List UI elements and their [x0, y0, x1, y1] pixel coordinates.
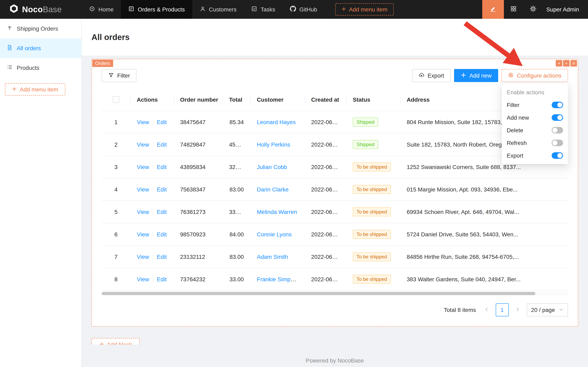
created-at-cell: 2022-06-29	[305, 133, 346, 156]
edit-link[interactable]: Edit	[157, 231, 167, 237]
total-cell: 453.00	[223, 133, 250, 156]
status-cell: To be shipped	[346, 223, 400, 245]
table-row: 1ViewEdit3847564785.34Leonard Hayes2022-…	[102, 111, 568, 133]
enable-actions-list: FilterAdd newDeleteRefreshExport	[502, 98, 568, 162]
address-cell: 84856 Hirthe Run, Suite 268, 94754-6705,…	[400, 245, 568, 268]
view-link[interactable]: View	[137, 141, 149, 148]
delete-toggle-switch[interactable]	[552, 127, 563, 133]
created-at-cell: 2022-06-29	[305, 245, 346, 268]
edit-link[interactable]: Edit	[157, 276, 167, 282]
page-content: Orders + + ≡ Filter Export	[82, 56, 588, 367]
horizontal-scrollbar[interactable]	[102, 292, 535, 295]
plus-square-icon[interactable]: +	[556, 60, 562, 67]
edit-link[interactable]: Edit	[157, 119, 167, 125]
nav-item-home[interactable]: Home	[82, 0, 121, 19]
menu-icon[interactable]: ≡	[571, 60, 577, 67]
add-block-button[interactable]: Add block	[92, 338, 140, 344]
nav-item-orders-products[interactable]: Orders & Products	[121, 0, 192, 19]
add-menu-item-button[interactable]: Add menu item	[335, 3, 394, 16]
sidebar-add-menu-item-button[interactable]: Add menu item	[5, 83, 65, 96]
export-toggle-switch[interactable]	[552, 152, 563, 158]
refresh-toggle-switch[interactable]	[552, 139, 563, 146]
total-cell: 83.00	[223, 245, 250, 268]
tasks-icon	[251, 6, 257, 13]
nocobase-logo[interactable]: NocoBase	[0, 0, 82, 19]
navbar-actions: Super Admin	[482, 0, 588, 19]
filter-button[interactable]: Filter	[102, 69, 136, 82]
nav-item-tasks[interactable]: Tasks	[244, 0, 283, 19]
row-index-cell: 1	[102, 111, 130, 133]
nav-item-label: Customers	[209, 6, 236, 13]
add-new-toggle-switch[interactable]	[552, 114, 563, 121]
customer-cell: Frankie Simpson	[250, 268, 305, 290]
customer-link[interactable]: Leonard Hayes	[257, 119, 296, 125]
customer-link[interactable]: Darin Clarke	[257, 186, 289, 192]
add-new-button[interactable]: Add new	[454, 69, 498, 82]
enable-action-item-export[interactable]: Export	[502, 149, 568, 162]
block-designer-toolbar: + + ≡	[556, 60, 577, 67]
action-divider	[153, 142, 153, 148]
row-actions-cell: ViewEdit	[130, 111, 174, 133]
view-link[interactable]: View	[137, 276, 149, 282]
edit-link[interactable]: Edit	[157, 209, 167, 215]
plus-square-icon[interactable]: +	[563, 60, 570, 67]
enable-action-label: Filter	[507, 101, 519, 108]
export-button[interactable]: Export	[412, 69, 451, 82]
page-size-select[interactable]: 20 / page	[527, 303, 568, 316]
configure-actions-button[interactable]: Configure actions	[501, 69, 568, 82]
table-body: 1ViewEdit3847564785.34Leonard Hayes2022-…	[102, 111, 568, 290]
view-link[interactable]: View	[137, 186, 149, 192]
customer-link[interactable]: Adam Smith	[257, 253, 288, 260]
plugins-button[interactable]	[504, 0, 523, 19]
customer-link[interactable]: Julian Cobb	[257, 164, 287, 170]
previous-page-button[interactable]	[481, 303, 492, 316]
address-cell: 69934 Schoen River, Apt. 646, 49704, Wal…	[400, 200, 568, 223]
customer-link[interactable]: Frankie Simpson	[257, 276, 300, 282]
status-badge: To be shipped	[353, 185, 391, 194]
next-page-button[interactable]	[512, 303, 523, 316]
sidebar-item-products[interactable]: Products	[0, 58, 81, 78]
current-user-menu[interactable]: Super Admin	[543, 0, 588, 19]
table-header: Actions Order number Total Customer Crea…	[102, 89, 568, 111]
settings-button[interactable]	[523, 0, 543, 19]
sidebar-item-shipping-orders[interactable]: Shipping Orders	[0, 19, 81, 38]
github-icon	[290, 6, 296, 13]
filter-toggle-switch[interactable]	[552, 101, 563, 108]
row-index-cell: 3	[102, 156, 130, 178]
row-actions-cell: ViewEdit	[130, 156, 174, 178]
page-number-button[interactable]: 1	[496, 303, 509, 316]
enable-actions-header: Enable actions	[502, 86, 568, 98]
edit-link[interactable]: Edit	[157, 253, 167, 260]
view-link[interactable]: View	[137, 119, 149, 125]
customer-link[interactable]: Holly Perkins	[257, 141, 290, 148]
enable-action-item-refresh[interactable]: Refresh	[502, 136, 568, 149]
view-link[interactable]: View	[137, 231, 149, 237]
enable-action-item-delete[interactable]: Delete	[502, 124, 568, 136]
brand-bold: Noco	[22, 5, 43, 14]
nav-item-label: Tasks	[260, 6, 275, 13]
edit-link[interactable]: Edit	[157, 164, 167, 170]
sidebar-item-all-orders[interactable]: All orders	[0, 38, 81, 58]
customer-link[interactable]: Melinda Warren	[257, 209, 297, 215]
customer-link[interactable]: Connie Lyons	[257, 231, 292, 237]
sidebar-item-label: Shipping Orders	[17, 25, 58, 32]
nav-item-label: GitHub	[299, 6, 317, 13]
add-menu-item-label: Add menu item	[349, 6, 387, 13]
total-cell: 85.34	[223, 111, 250, 133]
edit-link[interactable]: Edit	[157, 186, 167, 192]
select-all-checkbox[interactable]	[113, 97, 119, 103]
view-link[interactable]: View	[137, 164, 149, 170]
sidebar-add-menu-item-label: Add menu item	[20, 86, 58, 93]
ui-editor-button[interactable]	[482, 0, 504, 19]
gear-icon	[508, 72, 514, 79]
cloud-export-icon	[419, 72, 424, 79]
nav-item-github[interactable]: GitHub	[283, 0, 324, 19]
action-divider	[153, 255, 153, 260]
enable-action-item-filter[interactable]: Filter	[502, 98, 568, 111]
enable-action-item-add-new[interactable]: Add new	[502, 111, 568, 124]
enable-action-label: Refresh	[507, 139, 527, 146]
edit-link[interactable]: Edit	[157, 141, 167, 148]
nav-item-customers[interactable]: Customers	[192, 0, 244, 19]
view-link[interactable]: View	[137, 253, 149, 260]
view-link[interactable]: View	[137, 209, 149, 215]
